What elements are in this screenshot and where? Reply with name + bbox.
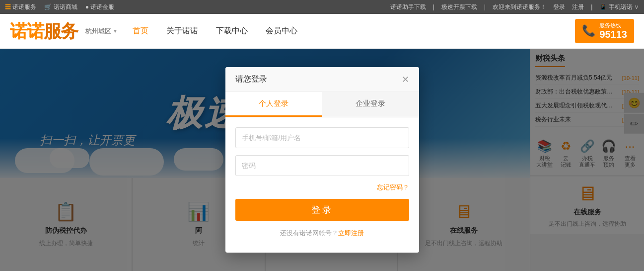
header-right: 📞 服务热线 95113 <box>575 19 634 43</box>
topbar-finance[interactable]: ● 诺诺金服 <box>85 3 115 11</box>
hotline-label: 服务热线 <box>599 22 627 29</box>
topbar-mobile[interactable]: 📱 手机诺诺 ∨ <box>599 3 639 11</box>
username-group <box>235 127 409 148</box>
top-bar: ☰ 诺诺服务 🛒 诺诺商城 ● 诺诺金服 诺诺助手下载 | 极速开票下载 | 欢… <box>0 0 644 14</box>
topbar-mall[interactable]: 🛒 诺诺商城 <box>44 3 77 11</box>
tab-personal[interactable]: 个人登录 <box>225 92 322 117</box>
topbar-welcome: 欢迎来到诺诺服务！ <box>493 3 546 11</box>
topbar-fast[interactable]: 极速开票下载 <box>441 3 477 11</box>
content-area: 极速开⚡票 扫一扫，让开票更 📋 防伪税控代办 线上办理，简单快捷 📊 阿 <box>0 49 644 271</box>
tab-enterprise[interactable]: 企业登录 <box>322 92 419 117</box>
modal-header: 请您登录 ✕ <box>225 67 419 92</box>
topbar-separator2: | <box>484 3 486 10</box>
modal-overlay[interactable]: 请您登录 ✕ 个人登录 企业登录 忘记密码？ 登录 还没有诺诺网帐号？立即注册 <box>0 49 644 271</box>
password-group <box>235 155 409 176</box>
register-row: 还没有诺诺网帐号？立即注册 <box>235 229 409 243</box>
modal-tabs: 个人登录 企业登录 <box>225 92 419 117</box>
modal-body: 忘记密码？ 登录 还没有诺诺网帐号？立即注册 <box>225 117 419 253</box>
register-prompt: 还没有诺诺网帐号？ <box>280 229 338 237</box>
city-selector[interactable]: 杭州城区 ▼ <box>85 27 118 36</box>
topbar-separator1: | <box>433 3 434 10</box>
login-modal: 请您登录 ✕ 个人登录 企业登录 忘记密码？ 登录 还没有诺诺网帐号？立即注册 <box>225 67 419 253</box>
main-nav: 首页 关于诺诺 下载中心 会员中心 <box>133 26 297 36</box>
nav-download[interactable]: 下载中心 <box>216 26 248 36</box>
register-link[interactable]: 立即注册 <box>338 229 364 237</box>
topbar-login[interactable]: 登录 <box>553 3 565 11</box>
nav-about[interactable]: 关于诺诺 <box>166 26 198 36</box>
topbar-service[interactable]: ☰ 诺诺服务 <box>5 3 36 11</box>
main-header: 诺诺服务 杭州城区 ▼ 首页 关于诺诺 下载中心 会员中心 📞 服务热线 951… <box>0 14 644 49</box>
nav-home[interactable]: 首页 <box>133 26 148 36</box>
phone-icon: 📞 <box>582 24 595 37</box>
nav-member[interactable]: 会员中心 <box>266 26 297 36</box>
login-button[interactable]: 登录 <box>235 199 409 221</box>
top-bar-left: ☰ 诺诺服务 🛒 诺诺商城 ● 诺诺金服 <box>5 3 114 11</box>
topbar-separator3: | <box>591 3 592 10</box>
username-input[interactable] <box>235 127 409 148</box>
top-bar-right: 诺诺助手下载 | 极速开票下载 | 欢迎来到诺诺服务！ 登录 注册 | 📱 手机… <box>390 3 639 11</box>
topbar-assistant[interactable]: 诺诺助手下载 <box>390 3 426 11</box>
chevron-down-icon: ▼ <box>113 28 118 34</box>
topbar-register[interactable]: 注册 <box>572 3 584 11</box>
hotline-number: 95113 <box>599 29 627 40</box>
modal-title: 请您登录 <box>235 74 267 85</box>
password-input[interactable] <box>235 155 409 176</box>
modal-close-button[interactable]: ✕ <box>402 75 409 84</box>
hotline-box: 📞 服务热线 95113 <box>575 19 634 43</box>
logo[interactable]: 诺诺服务 <box>10 22 77 40</box>
forgot-password-link[interactable]: 忘记密码？ <box>235 183 409 192</box>
